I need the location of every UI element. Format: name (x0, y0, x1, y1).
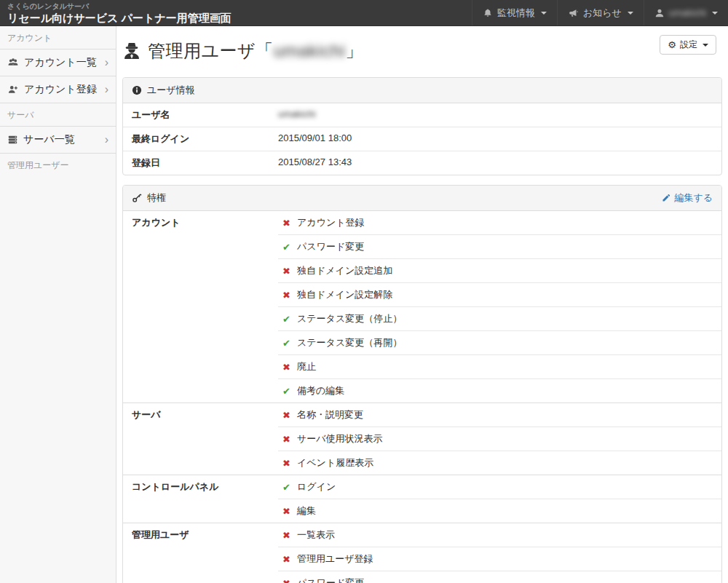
privilege-item: ✖パスワード変更 (278, 571, 721, 583)
privilege-item: ✔ステータス変更（再開） (278, 330, 721, 354)
info-circle-icon (132, 85, 142, 95)
privilege-category: サーバ (123, 403, 278, 475)
bell-icon (483, 8, 493, 18)
privilege-item: ✖管理用ユーザ登録 (278, 547, 721, 571)
info-row-value: umakichi (278, 103, 721, 127)
privilege-item-label: ステータス変更（再開） (297, 336, 402, 349)
megaphone-icon (568, 8, 579, 18)
check-icon: ✔ (281, 242, 292, 253)
info-row: 最終ログイン2015/09/01 18:00 (123, 127, 721, 151)
privilege-item: ✖編集 (278, 499, 721, 523)
privilege-category: コントロールパネル (123, 475, 278, 523)
sidebar-item-label: アカウント登録 (24, 83, 97, 96)
privilege-item-label: 編集 (297, 504, 316, 517)
cross-icon: ✖ (281, 458, 292, 469)
privilege-items: ✖アカウント登録✔パスワード変更✖独自ドメイン設定追加✖独自ドメイン設定解除✔ス… (278, 211, 721, 402)
privilege-item-label: ログイン (297, 480, 336, 493)
info-row: ユーザ名umakichi (123, 103, 721, 127)
cross-icon: ✖ (281, 266, 292, 277)
privileges-panel: 特権 編集する アカウント✖アカウント登録✔パスワード変更✖独自ドメイン設定追加… (122, 185, 722, 583)
privilege-item: ✖独自ドメイン設定解除 (278, 282, 721, 306)
privilege-item: ✔備考の編集 (278, 378, 721, 402)
privilege-item: ✖名称・説明変更 (278, 403, 721, 427)
cross-icon: ✖ (281, 506, 292, 517)
navbar-item-label: umakichi (669, 7, 706, 18)
caret-down-icon (628, 12, 633, 15)
navbar-brand[interactable]: さくらのレンタルサーバ リセール向けサービス パートナー用管理画面 (0, 0, 232, 25)
settings-button[interactable]: ⚙ 設定 (660, 35, 716, 55)
brand-app-title: リセール向けサービス パートナー用管理画面 (7, 11, 232, 25)
edit-privileges-label: 編集する (674, 191, 713, 205)
info-row-label: 登録日 (123, 151, 278, 175)
caret-down-icon (541, 12, 547, 15)
caret-down-icon (712, 12, 718, 15)
privilege-items: ✔ログイン✖編集 (278, 475, 721, 523)
privilege-group: コントロールパネル✔ログイン✖編集 (123, 475, 721, 523)
top-navbar: さくらのレンタルサーバ リセール向けサービス パートナー用管理画面 監視情報お知… (0, 0, 728, 26)
user-plus-icon (7, 84, 19, 95)
navbar-item-label: 監視情報 (497, 7, 535, 20)
privilege-item: ✖アカウント登録 (278, 211, 721, 234)
privilege-item: ✔ログイン (278, 475, 721, 499)
privilege-item-label: ステータス変更（停止） (297, 312, 402, 325)
info-row-label: ユーザ名 (123, 103, 278, 127)
info-row-value: 2015/08/27 13:43 (278, 151, 721, 175)
cross-icon: ✖ (281, 530, 292, 541)
info-row-value: 2015/09/01 18:00 (278, 127, 721, 151)
check-icon: ✔ (281, 314, 292, 325)
privilege-item-label: 名称・説明変更 (297, 408, 363, 421)
chevron-right-icon: › (105, 57, 108, 68)
cross-icon: ✖ (281, 218, 292, 229)
brand-service-name: さくらのレンタルサーバ (7, 2, 232, 11)
privilege-group: アカウント✖アカウント登録✔パスワード変更✖独自ドメイン設定追加✖独自ドメイン設… (123, 211, 721, 402)
caret-down-icon (703, 44, 708, 47)
sidebar-item-server-list[interactable]: サーバ一覧› (0, 126, 116, 153)
user-icon (654, 8, 665, 18)
cross-icon: ✖ (281, 554, 292, 565)
privilege-group: サーバ✖名称・説明変更✖サーバ使用状況表示✖イベント履歴表示 (123, 402, 721, 475)
privilege-item-label: 独自ドメイン設定解除 (297, 288, 392, 301)
user-info-panel-title: ユーザ情報 (147, 84, 195, 97)
privilege-item: ✔ステータス変更（停止） (278, 306, 721, 330)
privilege-items: ✖名称・説明変更✖サーバ使用状況表示✖イベント履歴表示 (278, 403, 721, 475)
cross-icon: ✖ (281, 434, 292, 445)
privilege-group: 管理用ユーザ✖一覧表示✖管理用ユーザ登録✖パスワード変更✖特権の編集✖削除 (123, 523, 721, 583)
privilege-item-label: パスワード変更 (297, 240, 364, 253)
cross-icon: ✖ (281, 578, 292, 583)
navbar-menu: 監視情報お知らせumakichi (472, 0, 728, 25)
sidebar: アカウントアカウント一覧›アカウント登録›サーバサーバ一覧›管理用ユーザー (0, 26, 116, 583)
key-icon (132, 193, 142, 203)
navbar-item-monitoring[interactable]: 監視情報 (472, 0, 557, 25)
sidebar-section-header-2: 管理用ユーザー (0, 153, 116, 176)
sidebar-section-header-0: アカウント (0, 26, 116, 49)
privilege-item: ✖一覧表示 (278, 523, 721, 547)
sidebar-item-account-list[interactable]: アカウント一覧› (0, 49, 116, 76)
privileges-panel-title: 特権 (147, 191, 166, 205)
edit-privileges-link[interactable]: 編集する (662, 191, 713, 205)
navbar-item-account[interactable]: umakichi (644, 0, 728, 25)
sidebar-item-account-register[interactable]: アカウント登録› (0, 76, 116, 103)
privilege-category: 管理用ユーザ (123, 523, 278, 583)
privilege-item-label: 廃止 (297, 360, 316, 373)
sidebar-section-header-1: サーバ (0, 103, 116, 126)
check-icon: ✔ (281, 386, 292, 397)
privilege-item: ✖サーバ使用状況表示 (278, 427, 721, 451)
privilege-items: ✖一覧表示✖管理用ユーザ登録✖パスワード変更✖特権の編集✖削除 (278, 523, 721, 583)
page-header: 管理用ユーザ「umakichi」 ⚙ 設定 (122, 26, 722, 63)
user-info-panel-heading: ユーザ情報 (123, 78, 721, 103)
users-icon (7, 57, 19, 68)
page-title: 管理用ユーザ「umakichi」 (122, 39, 722, 63)
user-secret-icon (122, 41, 141, 60)
chevron-right-icon: › (105, 84, 108, 95)
check-icon: ✔ (281, 338, 292, 349)
chevron-right-icon: › (105, 134, 108, 146)
sidebar-item-label: アカウント一覧 (24, 56, 97, 69)
navbar-item-news[interactable]: お知らせ (557, 0, 644, 25)
cross-icon: ✖ (281, 410, 292, 421)
privilege-item: ✔パスワード変更 (278, 234, 721, 258)
main-content: 管理用ユーザ「umakichi」 ⚙ 設定 ユーザ情報 ユーザ名umakichi… (116, 26, 728, 583)
privilege-category: アカウント (123, 211, 278, 402)
privilege-item-label: パスワード変更 (297, 576, 364, 583)
info-row: 登録日2015/08/27 13:43 (123, 151, 721, 175)
privilege-item-label: 管理用ユーザ登録 (297, 552, 373, 566)
